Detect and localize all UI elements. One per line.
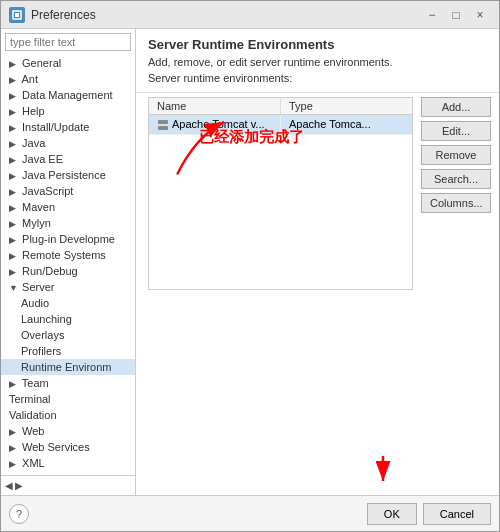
ok-button[interactable]: OK <box>367 503 417 525</box>
table-header: Name Type <box>149 98 412 115</box>
table-label: Server runtime environments: <box>148 72 487 84</box>
sidebar-item-install-update[interactable]: ▶ Install/Update <box>1 119 135 135</box>
cell-type: Apache Tomca... <box>281 115 412 134</box>
filter-input[interactable] <box>5 33 131 51</box>
sidebar-item-validation[interactable]: Validation <box>1 407 135 423</box>
svg-rect-2 <box>158 120 168 124</box>
columns-button[interactable]: Columns... <box>421 193 491 213</box>
sidebar-item-web-services[interactable]: ▶ Web Services <box>1 439 135 455</box>
sidebar-item-web[interactable]: ▶ Web <box>1 423 135 439</box>
sidebar-item-java-ee[interactable]: ▶ Java EE <box>1 151 135 167</box>
sidebar-item-terminal[interactable]: Terminal <box>1 391 135 407</box>
sidebar-item-data-management[interactable]: ▶ Data Management <box>1 87 135 103</box>
add-button[interactable]: Add... <box>421 97 491 117</box>
maximize-button[interactable]: □ <box>445 6 467 24</box>
edit-button[interactable]: Edit... <box>421 121 491 141</box>
panel-body: Name Type Apache Tomcat v... Apache Tomc… <box>136 93 499 294</box>
nav-forward-icon[interactable]: ▶ <box>15 480 23 491</box>
preferences-window: Preferences − □ × ▶ General ▶ Ant ▶ Data… <box>0 0 500 532</box>
ok-arrow-icon <box>353 451 413 491</box>
sidebar-item-general[interactable]: ▶ General <box>1 55 135 71</box>
nav-back-icon[interactable]: ◀ <box>5 480 13 491</box>
sidebar-item-java-persistence[interactable]: ▶ Java Persistence <box>1 167 135 183</box>
sidebar-item-team[interactable]: ▶ Team <box>1 375 135 391</box>
window-icon <box>9 7 25 23</box>
panel-description: Add, remove, or edit server runtime envi… <box>148 56 487 68</box>
sidebar-item-xml[interactable]: ▶ XML <box>1 455 135 471</box>
bottom-bar: ? OK Cancel <box>1 495 499 531</box>
remove-button[interactable]: Remove <box>421 145 491 165</box>
svg-rect-1 <box>15 13 19 17</box>
title-bar: Preferences − □ × <box>1 1 499 29</box>
search-button[interactable]: Search... <box>421 169 491 189</box>
sidebar-item-maven[interactable]: ▶ Maven <box>1 199 135 215</box>
minimize-button[interactable]: − <box>421 6 443 24</box>
sidebar-item-javascript[interactable]: ▶ JavaScript <box>1 183 135 199</box>
sidebar-item-overlays[interactable]: Overlays <box>1 327 135 343</box>
tree-view: ▶ General ▶ Ant ▶ Data Management ▶ Help… <box>1 55 135 475</box>
sidebar-item-run-debug[interactable]: ▶ Run/Debug <box>1 263 135 279</box>
close-button[interactable]: × <box>469 6 491 24</box>
sidebar-item-profilers[interactable]: Profilers <box>1 343 135 359</box>
cancel-button[interactable]: Cancel <box>423 503 491 525</box>
sidebar-item-audio[interactable]: Audio <box>1 295 135 311</box>
window-title: Preferences <box>31 8 96 22</box>
sidebar-item-help[interactable]: ▶ Help <box>1 103 135 119</box>
sidebar-item-ant[interactable]: ▶ Ant <box>1 71 135 87</box>
sidebar-item-plugin-dev[interactable]: ▶ Plug-in Developme <box>1 231 135 247</box>
col-name: Name <box>149 98 281 114</box>
help-button[interactable]: ? <box>9 504 29 524</box>
cell-name: Apache Tomcat v... <box>149 115 281 134</box>
svg-rect-3 <box>158 126 168 130</box>
sidebar-item-launching[interactable]: Launching <box>1 311 135 327</box>
table-row[interactable]: Apache Tomcat v... Apache Tomca... <box>149 115 412 135</box>
sidebar-item-runtime-env[interactable]: Runtime Environm <box>1 359 135 375</box>
sidebar-item-server[interactable]: ▼ Server <box>1 279 135 295</box>
runtime-table: Name Type Apache Tomcat v... Apache Tomc… <box>148 97 413 290</box>
sidebar-nav-arrows: ◀ ▶ <box>5 480 23 491</box>
sidebar-item-mylyn[interactable]: ▶ Mylyn <box>1 215 135 231</box>
sidebar-item-java[interactable]: ▶ Java <box>1 135 135 151</box>
sidebar-item-remote-systems[interactable]: ▶ Remote Systems <box>1 247 135 263</box>
panel-title: Server Runtime Environments <box>148 37 487 52</box>
main-panel: Server Runtime Environments Add, remove,… <box>136 29 499 495</box>
sidebar: ▶ General ▶ Ant ▶ Data Management ▶ Help… <box>1 29 136 495</box>
action-buttons: Add... Edit... Remove Search... Columns.… <box>421 97 491 290</box>
col-type: Type <box>281 98 412 114</box>
panel-header: Server Runtime Environments Add, remove,… <box>136 29 499 93</box>
